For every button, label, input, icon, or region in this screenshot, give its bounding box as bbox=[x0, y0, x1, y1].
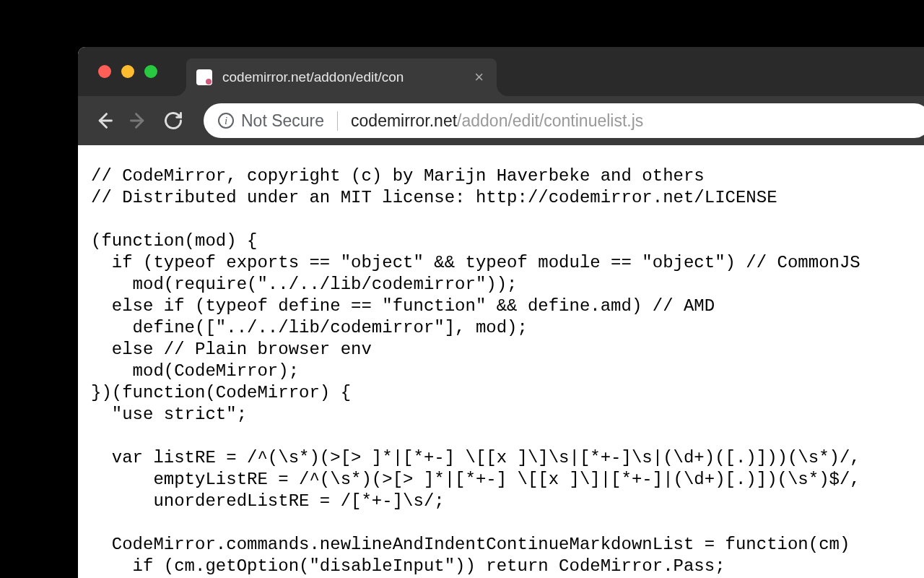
window-close-button[interactable] bbox=[98, 65, 111, 78]
window-minimize-button[interactable] bbox=[121, 65, 134, 78]
url-display: codemirror.net/addon/edit/continuelist.j… bbox=[351, 111, 643, 131]
tab-title: codemirror.net/addon/edit/con bbox=[222, 69, 467, 85]
tab-favicon bbox=[196, 69, 212, 85]
browser-toolbar: i Not Secure codemirror.net/addon/edit/c… bbox=[78, 96, 924, 145]
browser-tab[interactable]: codemirror.net/addon/edit/con × bbox=[186, 59, 497, 96]
page-content: // CodeMirror, copyright (c) by Marijn H… bbox=[78, 145, 924, 578]
reload-button[interactable] bbox=[160, 108, 186, 134]
tab-close-icon[interactable]: × bbox=[474, 69, 484, 85]
back-button[interactable] bbox=[91, 108, 117, 134]
url-path: /addon/edit/continuelist.js bbox=[457, 111, 643, 130]
code-text: // CodeMirror, copyright (c) by Marijn H… bbox=[91, 166, 860, 576]
titlebar: codemirror.net/addon/edit/con × bbox=[78, 47, 924, 96]
url-host: codemirror.net bbox=[351, 111, 457, 130]
window-maximize-button[interactable] bbox=[144, 65, 157, 78]
security-indicator[interactable]: i Not Secure bbox=[218, 111, 338, 131]
forward-button[interactable] bbox=[126, 108, 152, 134]
info-icon: i bbox=[218, 113, 234, 129]
window-controls bbox=[78, 65, 157, 78]
browser-window: codemirror.net/addon/edit/con × i bbox=[78, 47, 924, 578]
address-bar[interactable]: i Not Secure codemirror.net/addon/edit/c… bbox=[204, 103, 924, 138]
security-label: Not Secure bbox=[241, 111, 324, 131]
